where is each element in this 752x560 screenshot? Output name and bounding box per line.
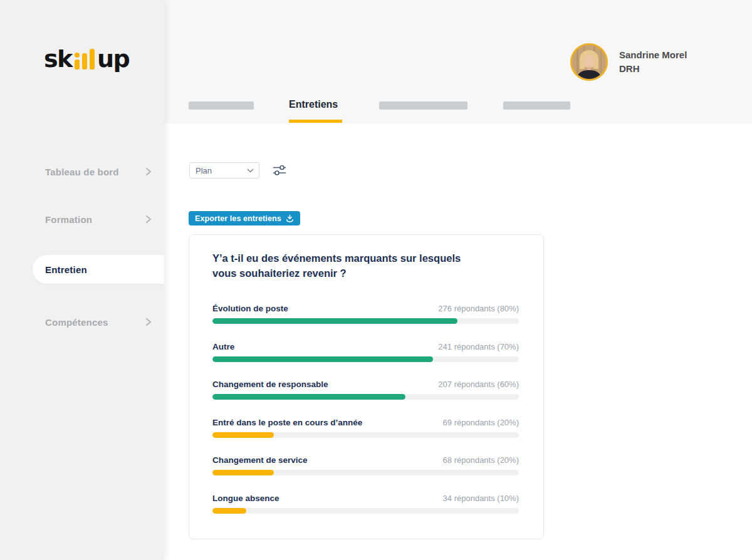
answer-bar-track: [212, 394, 519, 400]
answer-stat: 34 répondants (10%): [443, 494, 519, 503]
answer-bar-track: [212, 356, 519, 362]
filter-sliders-icon[interactable]: [273, 164, 286, 177]
tab-placeholder-1[interactable]: [189, 101, 254, 110]
tab-placeholder-2[interactable]: [379, 101, 467, 110]
survey-row: Entré dans le poste en cours d’année 69 …: [212, 418, 519, 438]
logo-text-suffix: up: [97, 46, 129, 71]
answer-bar-fill: [212, 508, 246, 514]
survey-row: Changement de responsable 207 répondants…: [212, 380, 519, 400]
answer-label: Évolution de poste: [212, 304, 288, 313]
answer-bar-track: [212, 318, 519, 324]
survey-row: Autre 241 répondants (70%): [212, 342, 519, 362]
survey-row: Évolution de poste 276 répondants (80%): [212, 304, 519, 324]
answer-bar-track: [212, 470, 519, 475]
chevron-right-icon: [145, 318, 152, 326]
survey-row: Changement de service 68 répondants (20%…: [212, 455, 519, 475]
answer-label: Entré dans le poste en cours d’année: [212, 418, 362, 427]
answer-bar-fill: [212, 318, 457, 324]
sidebar-item-label: Entretien: [45, 264, 87, 275]
export-interviews-button[interactable]: Exporter les entretiens: [189, 211, 300, 226]
survey-question-title: Y’a t-il eu des événements marquants sur…: [212, 251, 483, 281]
active-tab-underline: [289, 120, 342, 123]
sidebar: sk up Tableau de bord Formation Entretie…: [0, 0, 164, 560]
sidebar-item-tableau-de-bord[interactable]: Tableau de bord: [0, 162, 164, 182]
answer-label: Changement de service: [212, 455, 308, 465]
answer-stat: 69 répondants (20%): [443, 418, 519, 427]
chevron-right-icon: [145, 167, 152, 176]
answer-stat: 241 répondants (70%): [438, 342, 519, 351]
sidebar-item-label: Compétences: [45, 317, 108, 328]
answer-stat: 207 répondants (60%): [438, 380, 519, 389]
download-icon: [286, 214, 294, 222]
chevron-right-icon: [145, 215, 152, 224]
user-info: Sandrine Morel DRH: [619, 48, 687, 76]
sidebar-item-competences[interactable]: Compétences: [0, 312, 164, 332]
sidebar-item-formation[interactable]: Formation: [0, 209, 164, 229]
chevron-down-icon: [247, 169, 254, 174]
answer-stat: 276 répondants (80%): [438, 304, 519, 313]
user-role: DRH: [619, 62, 687, 76]
avatar-photo: [572, 45, 606, 79]
plan-select[interactable]: Plan: [189, 162, 259, 179]
tab-placeholder-3[interactable]: [503, 101, 570, 110]
user-avatar[interactable]: [570, 43, 608, 81]
answer-label: Autre: [212, 342, 234, 351]
survey-row: Longue absence 34 répondants (10%): [212, 494, 519, 514]
logo-bars-icon: [75, 49, 95, 70]
sidebar-item-entretien[interactable]: Entretien: [33, 255, 164, 284]
answer-bar-track: [212, 508, 519, 514]
answer-bar-fill: [212, 432, 274, 438]
export-button-label: Exporter les entretiens: [195, 214, 281, 223]
answer-bar-fill: [212, 356, 433, 362]
survey-question-card: Y’a t-il eu des événements marquants sur…: [189, 234, 544, 539]
user-name: Sandrine Morel: [619, 48, 687, 62]
sidebar-item-label: Tableau de bord: [45, 167, 119, 177]
skillup-logo: sk up: [44, 46, 129, 71]
logo-text-prefix: sk: [44, 46, 72, 71]
tab-entretiens[interactable]: Entretiens: [289, 99, 338, 110]
answer-label: Changement de responsable: [212, 380, 328, 389]
answer-bar-fill: [212, 470, 274, 475]
plan-select-value: Plan: [196, 166, 212, 175]
top-header: Sandrine Morel DRH Entretiens: [164, 0, 752, 123]
answer-label: Longue absence: [212, 494, 279, 503]
answer-stat: 68 répondants (20%): [443, 455, 519, 465]
main-content: Plan Exporter les entretiens: [164, 123, 752, 560]
sidebar-item-label: Formation: [45, 214, 92, 225]
answer-bar-track: [212, 432, 519, 438]
answer-bar-fill: [212, 394, 405, 400]
